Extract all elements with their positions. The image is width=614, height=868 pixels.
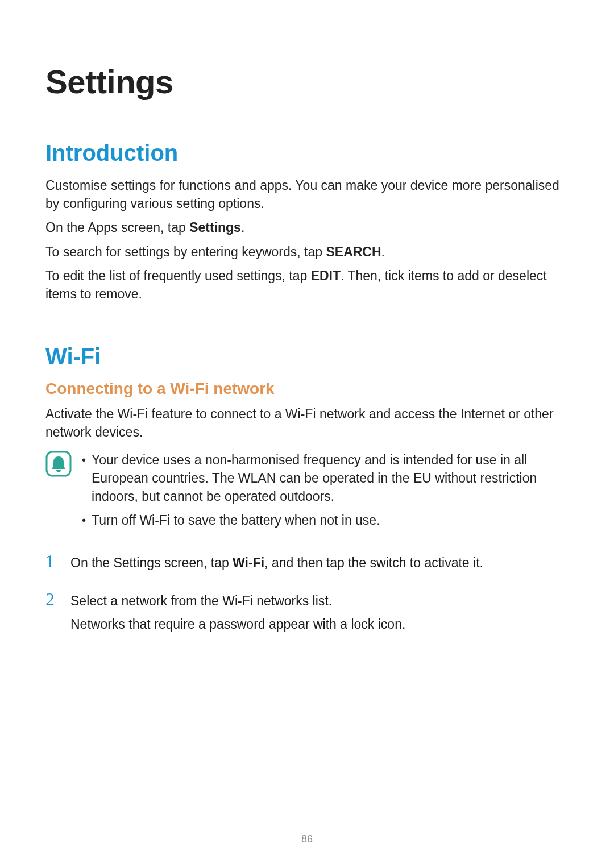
note-bullet-text: Your device uses a non-harmonised freque…: [92, 451, 569, 506]
bold-search: SEARCH: [326, 244, 381, 259]
step-2: 2 Select a network from the Wi-Fi networ…: [45, 590, 569, 639]
step-body: Select a network from the Wi-Fi networks…: [70, 592, 569, 639]
intro-paragraph-1: Customise settings for functions and app…: [45, 176, 569, 213]
page-number: 86: [0, 833, 614, 845]
section-heading-introduction: Introduction: [45, 140, 569, 166]
subsection-heading-connecting: Connecting to a Wi-Fi network: [45, 380, 569, 398]
bullet-dot: •: [82, 511, 86, 529]
text-segment: .: [381, 244, 385, 259]
text-segment: To search for settings by entering keywo…: [45, 244, 326, 259]
note-bullet: • Turn off Wi-Fi to save the battery whe…: [82, 511, 569, 529]
section-heading-wifi: Wi-Fi: [45, 344, 569, 369]
step-number: 1: [45, 552, 61, 570]
text-segment: On the Settings screen, tap: [70, 555, 233, 570]
bullet-dot: •: [82, 451, 86, 506]
intro-paragraph-2: On the Apps screen, tap Settings.: [45, 218, 569, 236]
wifi-paragraph-1: Activate the Wi-Fi feature to connect to…: [45, 405, 569, 441]
text-segment: , and then tap the switch to activate it…: [264, 555, 483, 570]
intro-paragraph-3: To search for settings by entering keywo…: [45, 243, 569, 261]
text-segment: .: [241, 220, 244, 235]
step-text-extra: Networks that require a password appear …: [70, 615, 569, 634]
step-text: Select a network from the Wi-Fi networks…: [70, 592, 569, 610]
note-callout: • Your device uses a non-harmonised freq…: [45, 451, 569, 535]
bold-wifi: Wi-Fi: [233, 555, 264, 570]
bold-edit: EDIT: [311, 268, 341, 283]
step-number: 2: [45, 590, 61, 608]
document-page: Settings Introduction Customise settings…: [0, 0, 614, 868]
note-bullet: • Your device uses a non-harmonised freq…: [82, 451, 569, 506]
note-bullet-text: Turn off Wi-Fi to save the battery when …: [92, 511, 380, 529]
steps-list: 1 On the Settings screen, tap Wi-Fi, and…: [45, 552, 569, 638]
text-segment: To edit the list of frequently used sett…: [45, 268, 311, 283]
text-segment: On the Apps screen, tap: [45, 220, 189, 235]
bold-settings: Settings: [189, 220, 241, 235]
intro-paragraph-4: To edit the list of frequently used sett…: [45, 267, 569, 303]
step-body: On the Settings screen, tap Wi-Fi, and t…: [70, 554, 569, 577]
step-text: On the Settings screen, tap Wi-Fi, and t…: [70, 554, 569, 572]
step-1: 1 On the Settings screen, tap Wi-Fi, and…: [45, 552, 569, 577]
page-title: Settings: [45, 63, 569, 101]
bell-outline-icon: [45, 451, 72, 477]
note-bullet-list: • Your device uses a non-harmonised freq…: [82, 451, 569, 535]
